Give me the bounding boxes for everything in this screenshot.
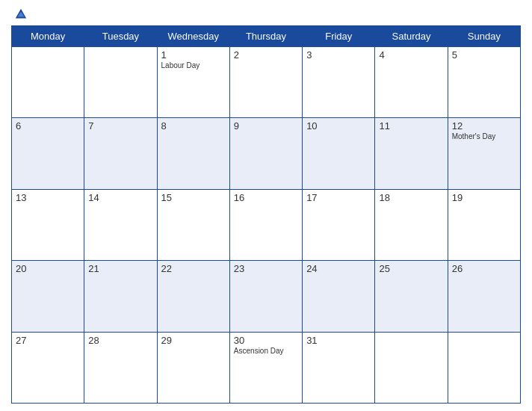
weekday-header: Thursday: [229, 26, 302, 47]
calendar-cell: 18: [375, 189, 448, 260]
weekday-header: Monday: [12, 26, 84, 47]
calendar-week-row: 1Labour Day2345: [12, 47, 521, 118]
calendar-week-row: 6789101112Mother's Day: [12, 118, 521, 189]
calendar-cell: 30Ascension Day: [229, 332, 302, 403]
calendar-cell: 1Labour Day: [157, 47, 229, 118]
holiday-label: Ascension Day: [234, 347, 298, 355]
day-number: 30: [234, 335, 298, 346]
calendar-cell: 20: [12, 261, 84, 332]
day-number: 10: [306, 120, 371, 132]
calendar-cell: 4: [375, 47, 448, 118]
day-number: 31: [306, 335, 371, 346]
calendar-week-row: 13141516171819: [12, 189, 521, 260]
day-number: 20: [16, 263, 80, 274]
weekday-header-row: MondayTuesdayWednesdayThursdayFridaySatu…: [12, 26, 521, 47]
calendar-cell: 14: [84, 189, 157, 260]
calendar-table: MondayTuesdayWednesdayThursdayFridaySatu…: [11, 25, 521, 404]
day-number: 14: [88, 192, 152, 203]
calendar-cell: 5: [448, 47, 520, 118]
day-number: 6: [16, 120, 80, 132]
calendar-cell: [448, 332, 520, 403]
day-number: 17: [306, 192, 371, 203]
day-number: 21: [88, 263, 152, 274]
calendar-cell: 2: [229, 47, 302, 118]
calendar-cell: 12Mother's Day: [448, 118, 520, 189]
calendar-cell: 26: [448, 261, 520, 332]
calendar-cell: 15: [157, 189, 229, 260]
day-number: 27: [16, 335, 80, 346]
day-number: 28: [88, 335, 152, 346]
calendar-cell: 16: [229, 189, 302, 260]
day-number: 4: [379, 49, 443, 61]
calendar-cell: 10: [303, 118, 375, 189]
calendar-cell: 25: [375, 261, 448, 332]
calendar-cell: 23: [229, 261, 302, 332]
holiday-label: Mother's Day: [452, 132, 516, 140]
day-number: 24: [306, 263, 371, 274]
day-number: 7: [88, 120, 152, 132]
weekday-header: Tuesday: [84, 26, 157, 47]
day-number: 29: [161, 335, 226, 346]
calendar-cell: 7: [84, 118, 157, 189]
calendar-cell: 27: [12, 332, 84, 403]
calendar-cell: 24: [303, 261, 375, 332]
day-number: 11: [379, 120, 443, 132]
calendar-cell: 31: [303, 332, 375, 403]
calendar-cell: [12, 47, 84, 118]
weekday-header: Friday: [303, 26, 375, 47]
holiday-label: Labour Day: [161, 61, 226, 69]
day-number: 2: [234, 49, 298, 61]
day-number: 19: [452, 192, 516, 203]
day-number: 5: [452, 49, 516, 61]
calendar-cell: 9: [229, 118, 302, 189]
day-number: 18: [379, 192, 443, 203]
page-header: [11, 7, 521, 21]
day-number: 1: [161, 49, 226, 61]
day-number: 3: [306, 49, 371, 61]
calendar-cell: [375, 332, 448, 403]
calendar-cell: 28: [84, 332, 157, 403]
calendar-cell: 11: [375, 118, 448, 189]
day-number: 26: [452, 263, 516, 274]
calendar-cell: 22: [157, 261, 229, 332]
day-number: 15: [161, 192, 226, 203]
logo: [14, 7, 32, 21]
calendar-cell: [84, 47, 157, 118]
day-number: 8: [161, 120, 226, 132]
calendar-week-row: 20212223242526: [12, 261, 521, 332]
day-number: 25: [379, 263, 443, 274]
calendar-cell: 21: [84, 261, 157, 332]
day-number: 9: [234, 120, 298, 132]
day-number: 23: [234, 263, 298, 274]
day-number: 22: [161, 263, 226, 274]
calendar-week-row: 27282930Ascension Day31: [12, 332, 521, 403]
day-number: 13: [16, 192, 80, 203]
calendar-cell: 3: [303, 47, 375, 118]
weekday-header: Wednesday: [157, 26, 229, 47]
weekday-header: Saturday: [375, 26, 448, 47]
calendar-cell: 29: [157, 332, 229, 403]
logo-icon: [14, 7, 28, 21]
day-number: 16: [234, 192, 298, 203]
calendar-cell: 6: [12, 118, 84, 189]
calendar-cell: 8: [157, 118, 229, 189]
calendar-cell: 19: [448, 189, 520, 260]
calendar-cell: 13: [12, 189, 84, 260]
weekday-header: Sunday: [448, 26, 520, 47]
calendar-cell: 17: [303, 189, 375, 260]
day-number: 12: [452, 120, 516, 132]
